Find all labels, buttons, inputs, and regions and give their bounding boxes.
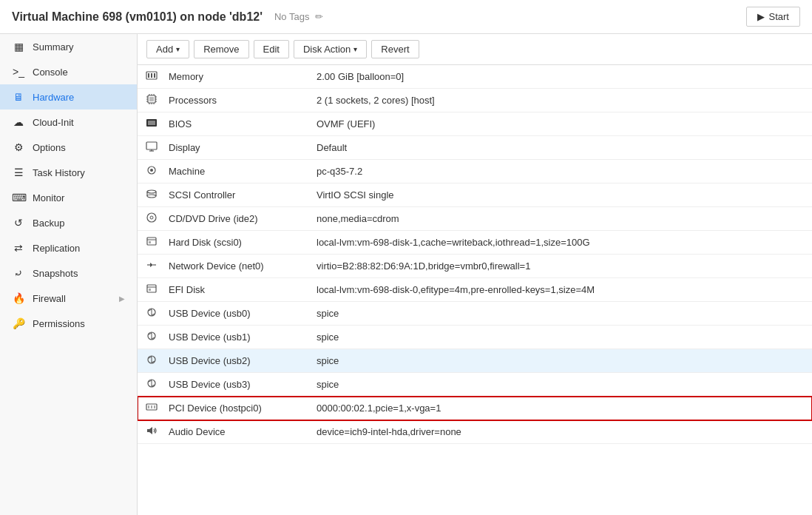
table-row[interactable]: SCSI ControllerVirtIO SCSI single — [138, 184, 812, 207]
bios-name: BIOS — [161, 112, 309, 136]
revert-button[interactable]: Revert — [371, 40, 419, 58]
efidisk-value: local-lvm:vm-698-disk-0,efitype=4m,pre-e… — [309, 278, 812, 302]
svg-rect-1 — [148, 73, 149, 78]
harddisk-value: local-lvm:vm-698-disk-1,cache=writeback,… — [309, 231, 812, 255]
content-area: Add ▾ Remove Edit Disk Action ▾ Revert M… — [138, 34, 812, 515]
table-row[interactable]: USB Device (usb2)spice — [138, 349, 812, 373]
svg-rect-3 — [154, 73, 155, 78]
machine-icon — [138, 160, 161, 184]
table-row[interactable]: Machinepc-q35-7.2 — [138, 160, 812, 184]
memory-name: Memory — [161, 65, 309, 89]
disk-action-button[interactable]: Disk Action ▾ — [294, 40, 367, 58]
sidebar-label-permissions: Permissions — [33, 318, 85, 329]
scsi-icon — [138, 184, 161, 207]
start-button[interactable]: ▶ Start — [746, 7, 800, 27]
backup-icon: ↺ — [12, 217, 25, 229]
usb2-name: USB Device (usb2) — [161, 349, 309, 373]
svg-rect-20 — [146, 142, 157, 149]
sidebar-item-replication[interactable]: ⇄Replication — [0, 235, 137, 260]
summary-icon: ▦ — [12, 41, 25, 53]
table-row[interactable]: BIOSOVMF (UEFI) — [138, 112, 812, 136]
sidebar-label-hardware: Hardware — [33, 92, 74, 103]
efidisk-icon — [138, 278, 161, 302]
add-chevron-icon: ▾ — [176, 45, 180, 53]
table-row[interactable]: USB Device (usb3)spice — [138, 373, 812, 397]
usb2-value: spice — [309, 349, 812, 373]
usb1-name: USB Device (usb1) — [161, 326, 309, 349]
processors-value: 2 (1 sockets, 2 cores) [host] — [309, 89, 812, 112]
permissions-icon: 🔑 — [12, 317, 25, 329]
svg-rect-31 — [147, 238, 156, 245]
table-row[interactable]: USB Device (usb1)spice — [138, 326, 812, 349]
svg-point-30 — [150, 216, 153, 219]
svg-rect-19 — [148, 121, 155, 125]
svg-marker-60 — [147, 427, 152, 434]
table-row[interactable]: USB Device (usb0)spice — [138, 302, 812, 326]
sidebar-item-hardware[interactable]: 🖥Hardware — [0, 84, 137, 110]
pci-icon — [138, 397, 161, 420]
edit-tags-icon[interactable]: ✏ — [315, 11, 323, 22]
svg-rect-58 — [151, 405, 152, 408]
memory-icon — [138, 65, 161, 89]
console-icon: >_ — [12, 66, 25, 78]
sidebar-item-cloud-init[interactable]: ☁Cloud-Init — [0, 110, 137, 135]
tags-label[interactable]: No Tags ✏ — [274, 11, 323, 22]
table-row[interactable]: Memory2.00 GiB [balloon=0] — [138, 65, 812, 89]
sidebar-arrow-firewall: ▶ — [119, 294, 125, 303]
processors-name: Processors — [161, 89, 309, 112]
sidebar-item-backup[interactable]: ↺Backup — [0, 210, 137, 235]
snapshots-icon: ⤾ — [12, 267, 25, 279]
usb3-name: USB Device (usb3) — [161, 373, 309, 397]
sidebar-item-snapshots[interactable]: ⤾Snapshots — [0, 260, 137, 286]
sidebar-item-monitor[interactable]: ⌨Monitor — [0, 185, 137, 210]
hardware-icon: 🖥 — [12, 91, 25, 103]
table-row[interactable]: DisplayDefault — [138, 136, 812, 160]
firewall-icon: 🔥 — [12, 292, 25, 304]
usb3-icon — [138, 373, 161, 397]
table-row[interactable]: Processors2 (1 sockets, 2 cores) [host] — [138, 89, 812, 112]
svg-point-25 — [147, 190, 156, 193]
main-layout: ▦Summary>_Console🖥Hardware☁Cloud-Init⚙Op… — [0, 34, 812, 515]
sidebar-label-options: Options — [33, 142, 66, 153]
table-row[interactable]: Audio Devicedevice=ich9-intel-hda,driver… — [138, 420, 812, 444]
sidebar-item-task-history[interactable]: ☰Task History — [0, 160, 137, 185]
pci-value: 0000:00:02.1,pcie=1,x-vga=1 — [309, 397, 812, 420]
title-bar: Virtual Machine 698 (vm0101) on node 'db… — [0, 0, 812, 34]
cddvd-name: CD/DVD Drive (ide2) — [161, 207, 309, 231]
audio-name: Audio Device — [161, 420, 309, 444]
sidebar-item-console[interactable]: >_Console — [0, 59, 137, 84]
bios-icon — [138, 112, 161, 136]
task-history-icon: ☰ — [12, 166, 25, 178]
sidebar-label-snapshots: Snapshots — [33, 268, 78, 279]
processors-icon — [138, 89, 161, 112]
table-row[interactable]: Network Device (net0)virtio=B2:88:82:D6:… — [138, 255, 812, 278]
harddisk-icon — [138, 231, 161, 255]
sidebar-item-firewall[interactable]: 🔥Firewall▶ — [0, 286, 137, 311]
sidebar-item-permissions[interactable]: 🔑Permissions — [0, 311, 137, 336]
sidebar-label-backup: Backup — [33, 218, 64, 229]
hardware-list: Memory2.00 GiB [balloon=0]Processors2 (1… — [138, 65, 812, 444]
cloud-init-icon: ☁ — [12, 116, 25, 128]
display-value: Default — [309, 136, 812, 160]
memory-value: 2.00 GiB [balloon=0] — [309, 65, 812, 89]
usb3-value: spice — [309, 373, 812, 397]
table-row[interactable]: PCI Device (hostpci0)0000:00:02.1,pcie=1… — [138, 397, 812, 420]
disk-action-chevron-icon: ▾ — [353, 45, 357, 53]
table-row[interactable]: Hard Disk (scsi0)local-lvm:vm-698-disk-1… — [138, 231, 812, 255]
usb1-value: spice — [309, 326, 812, 349]
usb2-icon — [138, 349, 161, 373]
sidebar-item-options[interactable]: ⚙Options — [0, 135, 137, 160]
edit-button[interactable]: Edit — [254, 40, 289, 58]
replication-icon: ⇄ — [12, 242, 25, 254]
table-row[interactable]: EFI Disklocal-lvm:vm-698-disk-0,efitype=… — [138, 278, 812, 302]
display-name: Display — [161, 136, 309, 160]
bios-value: OVMF (UEFI) — [309, 112, 812, 136]
svg-rect-57 — [148, 405, 149, 408]
remove-button[interactable]: Remove — [194, 40, 248, 58]
svg-rect-39 — [149, 289, 151, 291]
sidebar-item-summary[interactable]: ▦Summary — [0, 34, 137, 59]
add-button[interactable]: Add ▾ — [146, 40, 189, 58]
scsi-value: VirtIO SCSI single — [309, 184, 812, 207]
efidisk-name: EFI Disk — [161, 278, 309, 302]
table-row[interactable]: CD/DVD Drive (ide2)none,media=cdrom — [138, 207, 812, 231]
